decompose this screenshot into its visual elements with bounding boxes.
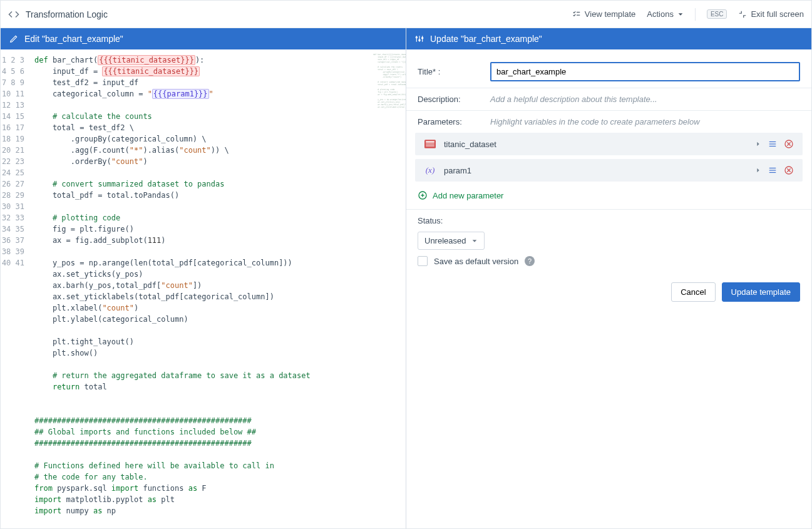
sliders-icon <box>415 34 424 43</box>
title-label: Title* : <box>418 67 480 76</box>
code-area[interactable]: def bar_chart({{{titanic_dataset}}}): in… <box>31 49 371 528</box>
remove-icon[interactable] <box>784 165 794 175</box>
parameter-row: (x)param1 <box>415 159 803 182</box>
cancel-button[interactable]: Cancel <box>671 282 715 302</box>
topbar: Transformation Logic View template Actio… <box>1 1 811 28</box>
status-select[interactable]: Unreleased <box>418 232 485 250</box>
save-default-label: Save as default version <box>434 257 518 266</box>
code-icon <box>8 9 19 20</box>
add-parameter-button[interactable]: Add new parameter <box>406 185 811 205</box>
topbar-right: View template Actions ESC Exit full scre… <box>572 8 804 21</box>
parameter-list: titanic_dataset(x)param1 <box>406 133 811 182</box>
chevron-right-icon[interactable] <box>755 167 761 173</box>
line-gutter: 1 2 3 4 5 6 7 8 9 10 11 12 13 14 15 16 1… <box>1 49 31 528</box>
svg-marker-13 <box>757 142 759 146</box>
plus-circle-icon <box>418 190 428 200</box>
variable-icon: (x) <box>426 165 434 175</box>
chevron-down-icon <box>677 11 684 18</box>
update-header: Update "bar_chart_example" <box>406 28 811 49</box>
minimap[interactable]: def bar_chart({{{titanic_dataset}}}): in… <box>371 49 406 528</box>
chevron-down-icon <box>471 238 478 244</box>
svg-rect-10 <box>426 141 434 143</box>
esc-key-hint: ESC <box>707 9 727 19</box>
svg-rect-11 <box>426 143 434 145</box>
editor-header: Edit "bar_chart_example" <box>1 28 406 49</box>
description-placeholder[interactable]: Add a helpful description about this tem… <box>490 95 800 104</box>
parameters-hint: Highlight variables in the code to creat… <box>490 117 800 126</box>
chevron-right-icon[interactable] <box>755 141 761 147</box>
description-label: Description: <box>418 95 480 104</box>
parameters-label: Parameters: <box>418 117 480 126</box>
save-default-checkbox[interactable] <box>418 256 428 266</box>
pencil-icon <box>9 34 18 43</box>
list-icon[interactable] <box>768 166 778 175</box>
update-form: Title* : Description: Add a helpful desc… <box>406 49 811 528</box>
collapse-icon <box>738 10 747 19</box>
update-template-button[interactable]: Update template <box>722 282 800 302</box>
svg-point-6 <box>416 37 417 38</box>
view-template-button[interactable]: View template <box>572 9 635 19</box>
divider <box>695 8 696 21</box>
svg-point-8 <box>422 38 423 39</box>
svg-marker-20 <box>757 168 759 173</box>
parameter-name: titanic_dataset <box>444 140 748 149</box>
status-label: Status: <box>418 216 443 225</box>
svg-marker-2 <box>679 13 683 15</box>
exit-fullscreen-button[interactable]: Exit full screen <box>738 9 804 19</box>
update-pane: Update "bar_chart_example" Title* : Desc… <box>406 28 811 528</box>
svg-marker-30 <box>472 240 476 242</box>
editor-body: 1 2 3 4 5 6 7 8 9 10 11 12 13 14 15 16 1… <box>1 49 406 528</box>
parameter-row: titanic_dataset <box>415 133 803 155</box>
split-panes: Edit "bar_chart_example" 1 2 3 4 5 6 7 8… <box>1 28 811 528</box>
editor-pane: Edit "bar_chart_example" 1 2 3 4 5 6 7 8… <box>1 28 406 528</box>
help-icon[interactable]: ? <box>525 256 535 266</box>
dataset-icon <box>424 140 436 148</box>
actions-menu[interactable]: Actions <box>647 9 684 19</box>
checklist-icon <box>572 10 581 19</box>
app-root: Transformation Logic View template Actio… <box>0 0 812 529</box>
page-title: Transformation Logic <box>26 9 108 19</box>
list-icon[interactable] <box>768 140 778 148</box>
remove-icon[interactable] <box>784 139 794 149</box>
topbar-left: Transformation Logic <box>8 9 108 20</box>
svg-point-7 <box>419 39 420 41</box>
svg-rect-12 <box>426 145 434 146</box>
parameter-name: param1 <box>444 166 748 175</box>
title-input[interactable] <box>490 62 800 81</box>
